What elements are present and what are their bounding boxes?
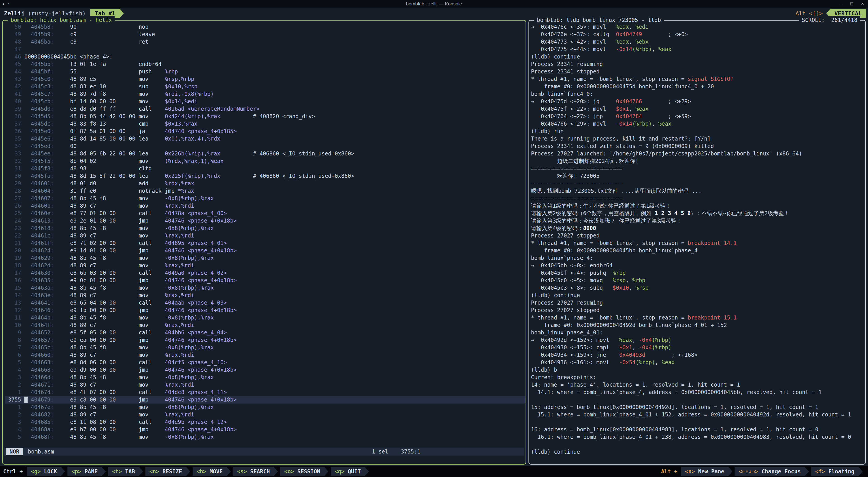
- terminal-line: (lldb) run: [531, 128, 864, 135]
- terminal-line: 48 4045ba: c3 ret: [5, 38, 525, 45]
- terminal-line: 请输入第4级的密码：8000: [531, 225, 864, 232]
- terminal-line: 15: address = bomb_linux[0x0000000000404…: [531, 404, 864, 411]
- terminal-line: 0x404936 <+161>: movl -0x54(%rbp), %eax: [531, 359, 864, 366]
- terminal-line: Process 23341 resuming: [531, 61, 864, 68]
- lldb-pane-title: bomblab: lldb bomb_linux 723005 - lldb: [534, 16, 664, 24]
- terminal-line: frame #0: 0x000000000040492d bomb_linux`…: [531, 322, 864, 329]
- terminal-line: 33 4045ee: 48 8d 05 6b 22 00 00 lea 0x22…: [5, 150, 525, 158]
- terminal-line: Process 23341 stopped: [531, 68, 864, 75]
- terminal-line: 3755 404679: e9 c8 00 00 00 jmp 404746 <…: [5, 396, 525, 404]
- terminal-line: 2 404671: 48 89 c7 mov %rax,%rdi: [5, 381, 525, 389]
- keybind-quit[interactable]: <q> QUIT: [331, 467, 369, 476]
- terminal-line: → 0x40475d <+20>: jg 0x404766 ; <+29>: [531, 98, 864, 105]
- terminal-line: Process 27027 launched: '/home/gh0s7/pro…: [531, 150, 864, 158]
- helix-buffer[interactable]: 50 4045b8: 90 nop 49 4045b9: c9 leave 48…: [5, 23, 525, 462]
- terminal-line: frame #0: 0x00000000004045bb bomb_linux`…: [531, 247, 864, 254]
- terminal-line: 40 4045cb: bf 14 00 00 00 mov $0x14,%edi: [5, 98, 525, 105]
- helix-pane[interactable]: bomblab: helix bomb.asm - helix 50 4045b…: [2, 20, 526, 465]
- terminal-line: 3 404685: e8 11 08 00 00 call 404e9b <ph…: [5, 418, 525, 426]
- keybind-lock[interactable]: <g> LOCK: [27, 467, 65, 476]
- terminal-line: 24 404613: e9 2e 01 00 00 jmp 404746 <ph…: [5, 217, 525, 225]
- terminal-line: (lldb) continue: [531, 53, 864, 61]
- keybind-tab[interactable]: <t> TAB: [108, 467, 143, 476]
- terminal-line: 请输入第2级的密码（6个数字，用空格隔开，例如 1 2 3 4 5 6）：不错不…: [531, 210, 864, 217]
- terminal-line: → 0x40492d <+152>: movl %eax, -0x4(%rbp): [531, 337, 864, 344]
- terminal-line: 0x40476e <+37>: callq 0x404749 ; <+0>: [531, 31, 864, 38]
- keybind-floating[interactable]: <f> Floating: [811, 467, 863, 476]
- layout-swap-hint: Alt <[]>: [796, 10, 823, 17]
- terminal-line: (lldb) continue: [531, 292, 864, 299]
- terminal-line: 0x404764 <+27>: jmp 0x404784 ; <+59>: [531, 113, 864, 120]
- keybind-change-focus[interactable]: <←↑↓→> Change Focus: [735, 467, 809, 476]
- terminal-line: (lldb) continue: [531, 448, 864, 456]
- terminal-line: 45 4045bb: f3 0f 1e fa endbr64: [5, 61, 525, 68]
- maximize-icon[interactable]: □: [850, 1, 853, 7]
- terminal-line: 8 404657: e9 ea 00 00 00 jmp 404746 <pha…: [5, 337, 525, 344]
- terminal-line: [531, 418, 864, 426]
- keybind-search[interactable]: <s> SEARCH: [233, 467, 278, 476]
- keybind-move[interactable]: <h> MOVE: [193, 467, 231, 476]
- terminal-line: 23 404618: 48 8b 45 f8 mov -0x8(%rbp),%r…: [5, 225, 525, 232]
- terminal-line: 14.1: where = bomb_linux`phase_4, addres…: [531, 389, 864, 396]
- terminal-line: [531, 441, 864, 448]
- terminal-line: 18 40462d: 48 89 c7 mov %rax,%rdi: [5, 262, 525, 269]
- terminal-line: 11 40464b: 48 8b 45 f8 mov -0x8(%rbp),%r…: [5, 314, 525, 322]
- terminal-line: 请输入第1级的密码：牛刀小试~你已经通过了第1级考验！: [531, 202, 864, 210]
- terminal-line: 0x4045c3 <+8>: subq $0x10, %rsp: [531, 284, 864, 292]
- keybind-session[interactable]: <o> SESSION: [280, 467, 329, 476]
- pointer-icon: ▸: [3, 1, 5, 6]
- terminal-line: Process 23341 exited with status = 9 (0x…: [531, 142, 864, 150]
- close-icon[interactable]: ×: [861, 1, 864, 7]
- terminal-line: 21 40461f: e8 71 02 00 00 call 404895 <p…: [5, 240, 525, 247]
- konsole-app-icon: ▪: [8, 2, 9, 6]
- keybind-pane[interactable]: <p> PANE: [67, 467, 106, 476]
- window-titlebar: ▸ ▪ bomblab : zellij — Konsole − □ ×: [0, 0, 868, 8]
- minimize-icon[interactable]: −: [840, 1, 843, 7]
- terminal-line: 25 40460e: e8 77 01 00 00 call 40478a <p…: [5, 210, 525, 217]
- terminal-line: 超级二进制炸弹2024版，欢迎你!: [531, 158, 864, 165]
- terminal-line: 39 4045d0: e8 d8 d0 ff ff call 4016ad <G…: [5, 105, 525, 113]
- lldb-pane[interactable]: bomblab: lldb bomb_linux 723005 - lldb S…: [528, 20, 866, 465]
- helix-filename: bomb.asm: [28, 448, 54, 455]
- helix-pane-title: bomblab: helix bomb.asm - helix: [8, 16, 115, 24]
- terminal-line: 嗯嗯，找到bomb_723005.txt文件 ....从里面读取以前的密码 ..…: [531, 187, 864, 195]
- terminal-line: ============================: [531, 180, 864, 187]
- terminal-line: → 0x4045bb <+0>: endbr64: [531, 262, 864, 269]
- terminal-line: bomb_linux`func4_0:: [531, 90, 864, 98]
- terminal-line: 27 404607: 48 8b 45 f8 mov -0x8(%rbp),%r…: [5, 195, 525, 202]
- terminal-line: 5 40468f: 48 8b 45 f8 mov -0x8(%rbp),%ra…: [5, 434, 525, 441]
- ctrl-modifier-label: Ctrl +: [3, 469, 23, 475]
- session-prefix: Zellij: [4, 10, 24, 17]
- helix-cursor-position: 3755:1: [401, 448, 421, 455]
- zellij-tab-bar: Zellij (rusty-jellyfish) Tab #1 Alt <[]>…: [0, 8, 868, 19]
- terminal-line: 29 404601: 48 01 d0 add %rdx,%rax: [5, 180, 525, 187]
- terminal-line: 35 4045e6: 48 8d 14 85 00 00 00 lea 0x0(…: [5, 135, 525, 142]
- terminal-line: [531, 396, 864, 404]
- terminal-line: 46 00000000004045bb <phase_4>:: [5, 53, 525, 61]
- terminal-line: 1 404674: e8 4f 07 00 00 call 404dc8 <ph…: [5, 389, 525, 396]
- keybind-new-pane[interactable]: <n> New Pane: [681, 467, 733, 476]
- helix-statusline: NOR bomb.asm 1 sel 3755:1: [4, 448, 524, 455]
- terminal-line: * thread #1, name = 'bomb_linux', stop r…: [531, 314, 864, 322]
- terminal-line: → 0x40476c <+35>: movl %eax, %edi: [531, 23, 864, 31]
- terminal-line: ============================: [531, 195, 864, 202]
- terminal-line: 28 404604: 3e ff e0 notrack jmp *%rax: [5, 187, 525, 195]
- terminal-line: 13 404641: e8 65 04 00 00 call 404aab <p…: [5, 299, 525, 307]
- helix-selection-count: 1 sel: [372, 448, 388, 455]
- terminal-line: 0x4045c0 <+5>: movq %rsp, %rbp: [531, 277, 864, 284]
- terminal-line: 6 404660: 48 89 c7 mov %rax,%rdi: [5, 351, 525, 359]
- terminal-line: 41 4045c7: 48 89 7d f8 mov %rdi,-0x8(%rb…: [5, 90, 525, 98]
- window-title: bomblab : zellij — Konsole: [406, 1, 462, 6]
- keybind-resize[interactable]: <n> RESIZE: [145, 467, 190, 476]
- terminal-line: 16 404635: e9 0c 01 00 00 jmp 404746 <ph…: [5, 277, 525, 284]
- terminal-line: 0x404766 <+29>: movl -0x14(%rbp), %eax: [531, 120, 864, 128]
- terminal-line: 4 40468a: e9 b7 00 00 00 jmp 404746 <pha…: [5, 426, 525, 434]
- terminal-line: 49 4045b9: c9 leave: [5, 31, 525, 38]
- terminal-line: 30 4045fa: 48 8d 15 5f 22 00 00 lea 0x22…: [5, 172, 525, 180]
- lldb-terminal[interactable]: → 0x40476c <+35>: movl %eax, %edi 0x4047…: [531, 23, 864, 462]
- scroll-indicator: SCROLL: 261/4418: [799, 16, 860, 24]
- terminal-line: 0x404934 <+159>: jne 0x40493d ; <+168>: [531, 351, 864, 359]
- terminal-line: bomb_linux`phase_4_01:: [531, 329, 864, 337]
- terminal-line: 欢迎你! 723005: [531, 172, 864, 180]
- terminal-line: 10 40464f: 48 89 c7 mov %rax,%rdi: [5, 322, 525, 329]
